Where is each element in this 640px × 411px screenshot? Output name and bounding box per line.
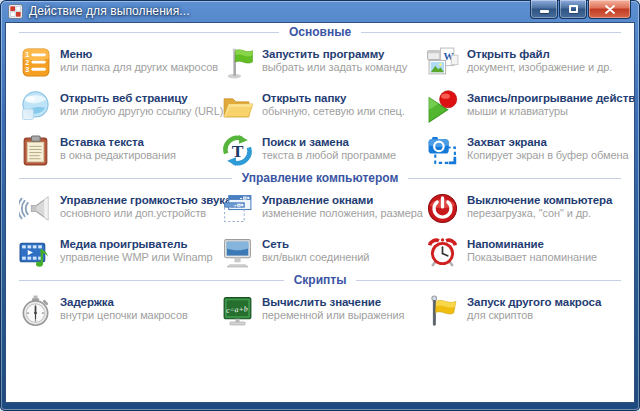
- caption-buttons: [530, 0, 631, 19]
- action-sublabel: или любую другую ссылку (URL): [60, 105, 221, 118]
- window-title: Действие для выполнения...: [29, 4, 190, 18]
- media-player-icon: [19, 236, 52, 269]
- action-sublabel: переменной или выражения: [262, 309, 404, 322]
- action-sublabel: или папка для других макросов: [60, 61, 218, 74]
- action-sublabel: внутри цепочки макросов: [60, 309, 188, 322]
- globe-icon: [19, 90, 52, 123]
- minimize-icon: [540, 10, 549, 13]
- action-label: Запуск другого макроса: [467, 295, 601, 309]
- action-label: Выключение компьютера: [467, 193, 612, 207]
- stopwatch-icon: [19, 294, 52, 327]
- action-item[interactable]: W Открыть файл документ, изображение и д…: [426, 39, 635, 83]
- title-bar[interactable]: Действие для выполнения...: [0, 0, 640, 22]
- action-label: Вычислить значение: [262, 295, 404, 309]
- action-label: Открыть веб страницу: [60, 91, 221, 105]
- action-label: Вставка текста: [60, 135, 176, 149]
- header-rule-right: [356, 280, 621, 281]
- action-item[interactable]: Вставка текста в окна редактирования: [19, 127, 221, 171]
- screen-capture-icon: [426, 134, 459, 167]
- alarm-clock-icon: [426, 236, 459, 269]
- action-item[interactable]: Медиа проигрыватель управление WMP или W…: [19, 229, 221, 273]
- action-sublabel: изменение положения, размера: [262, 207, 423, 220]
- action-item[interactable]: Выключение компьютера перезагрузка, "сон…: [426, 185, 634, 229]
- svg-text:T: T: [232, 141, 244, 161]
- header-rule-left: [19, 280, 284, 281]
- action-label: Управление громкостью звука: [60, 193, 221, 207]
- action-label: Открыть папку: [262, 91, 405, 105]
- section-basic: Основные 123 Меню или папка для других м…: [6, 25, 634, 171]
- close-button[interactable]: [588, 0, 631, 19]
- section-computer-control: Управление компьютером Управление громко…: [6, 171, 634, 273]
- action-label: Поиск и замена: [262, 135, 396, 149]
- folder-icon: [221, 90, 254, 123]
- action-sublabel: в окна редактирования: [60, 149, 176, 162]
- action-label: Меню: [60, 47, 218, 61]
- action-sublabel: управление WMP или Winamp: [60, 251, 213, 264]
- calc-value-icon: c=a+b: [221, 294, 254, 327]
- open-file-icon: W: [426, 46, 459, 79]
- action-item[interactable]: Запись/проигрывание действий мыши и клав…: [426, 83, 635, 127]
- section-title-computer-control: Управление компьютером: [232, 171, 409, 185]
- action-label: Управление окнами: [262, 193, 423, 207]
- action-sublabel: выбрать или задать команду: [262, 61, 407, 74]
- header-rule-left: [19, 32, 279, 33]
- dialog-body: Основные 123 Меню или папка для других м…: [5, 22, 635, 403]
- action-label: Запустить программу: [262, 47, 407, 61]
- action-label: Открыть файл: [467, 47, 612, 61]
- action-label: Сеть: [262, 237, 369, 251]
- action-label: Задержка: [60, 295, 188, 309]
- action-item[interactable]: Запустить программу выбрать или задать к…: [221, 39, 426, 83]
- svg-text:c=a+b: c=a+b: [226, 304, 248, 314]
- action-label: Запись/проигрывание действий: [467, 91, 635, 105]
- action-grid: Управление громкостью звука основного ил…: [6, 185, 634, 273]
- svg-text:3: 3: [25, 65, 29, 74]
- network-icon: [221, 236, 254, 269]
- section-title-basic: Основные: [279, 25, 361, 39]
- minimize-button[interactable]: [530, 0, 558, 19]
- header-rule-left: [19, 178, 232, 179]
- action-sublabel: документ, изображение и др.: [467, 61, 612, 74]
- maximize-button[interactable]: [559, 0, 587, 19]
- action-sublabel: перезагрузка, "сон" и др.: [467, 207, 612, 220]
- action-item[interactable]: Управление окнами изменение положения, р…: [221, 185, 426, 229]
- action-sublabel: Показывает напоминание: [467, 251, 597, 264]
- action-sublabel: текста в любой программе: [262, 149, 396, 162]
- action-item[interactable]: Задержка внутри цепочки макросов: [19, 287, 221, 331]
- action-sublabel: Копирует экран в буфер обмена: [467, 149, 628, 162]
- run-macro-icon: [426, 294, 459, 327]
- action-sublabel: вкл/выкл соединений: [262, 251, 369, 264]
- section-header: Управление компьютером: [19, 171, 621, 185]
- action-sublabel: мыши и клавиатуры: [467, 105, 635, 118]
- action-item[interactable]: Управление громкостью звука основного ил…: [19, 185, 221, 229]
- action-item[interactable]: c=a+b Вычислить значение переменной или …: [221, 287, 426, 331]
- action-item[interactable]: 123 Меню или папка для других макросов: [19, 39, 221, 83]
- close-icon: [605, 5, 615, 14]
- action-item[interactable]: Открыть папку обычную, сетевую или спец.: [221, 83, 426, 127]
- action-item[interactable]: T Поиск и замена текста в любой программ…: [221, 127, 426, 171]
- windows-icon: [221, 192, 254, 225]
- section-header: Основные: [19, 25, 621, 39]
- record-play-icon: [426, 90, 459, 123]
- action-label: Медиа проигрыватель: [60, 237, 213, 251]
- action-label: Захват экрана: [467, 135, 628, 149]
- section-title-scripts: Скрипты: [284, 273, 357, 287]
- maximize-icon: [569, 5, 578, 13]
- action-item[interactable]: Сеть вкл/выкл соединений: [221, 229, 426, 273]
- header-rule-right: [408, 178, 621, 179]
- action-item[interactable]: Захват экрана Копирует экран в буфер обм…: [426, 127, 635, 171]
- search-replace-icon: T: [221, 134, 254, 167]
- clipboard-icon: [19, 134, 52, 167]
- action-sublabel: обычную, сетевую или спец.: [262, 105, 405, 118]
- green-flag-icon: [221, 46, 254, 79]
- action-sublabel: основного или доп.устройств: [60, 207, 221, 220]
- action-item[interactable]: Открыть веб страницу или любую другую сс…: [19, 83, 221, 127]
- menu-list-icon: 123: [19, 46, 52, 79]
- section-header: Скрипты: [19, 273, 621, 287]
- dialog-window: Действие для выполнения... Основные 123 …: [0, 0, 640, 411]
- header-rule-right: [361, 32, 621, 33]
- action-item[interactable]: Запуск другого макроса для скриптов: [426, 287, 634, 331]
- app-icon: [8, 4, 23, 19]
- action-sublabel: для скриптов: [467, 309, 601, 322]
- action-item[interactable]: Напоминание Показывает напоминание: [426, 229, 634, 273]
- action-grid: 123 Меню или папка для других макросов З…: [6, 39, 634, 171]
